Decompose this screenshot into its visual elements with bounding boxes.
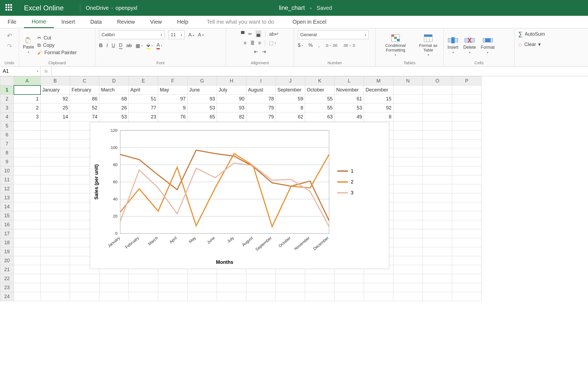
- row-header[interactable]: 4: [0, 112, 14, 121]
- row-header[interactable]: 7: [0, 139, 14, 148]
- row-header[interactable]: 20: [0, 256, 14, 265]
- cell[interactable]: [41, 238, 70, 247]
- cell[interactable]: [393, 175, 423, 184]
- cell[interactable]: [99, 283, 129, 292]
- cell[interactable]: [452, 211, 482, 220]
- bold-button[interactable]: B: [99, 43, 103, 48]
- column-header[interactable]: O: [423, 77, 452, 85]
- cell[interactable]: [188, 283, 217, 292]
- cell[interactable]: [452, 94, 482, 103]
- cell[interactable]: [452, 148, 482, 157]
- cell[interactable]: [14, 157, 41, 166]
- cell[interactable]: [364, 274, 393, 283]
- cell[interactable]: [452, 220, 482, 229]
- cell[interactable]: October: [305, 85, 335, 94]
- cell[interactable]: [70, 283, 99, 292]
- cell[interactable]: [246, 283, 276, 292]
- row-header[interactable]: 9: [0, 157, 14, 166]
- row-header[interactable]: 24: [0, 292, 14, 301]
- cell[interactable]: [41, 292, 70, 301]
- cell[interactable]: 59: [276, 94, 305, 103]
- cell[interactable]: [41, 184, 70, 193]
- column-header[interactable]: D: [99, 77, 129, 85]
- cell[interactable]: [364, 292, 393, 301]
- format-painter-button[interactable]: 🖌Format Painter: [37, 50, 77, 56]
- cell[interactable]: 65: [188, 112, 217, 121]
- row-header[interactable]: 16: [0, 220, 14, 229]
- cell[interactable]: 55: [305, 94, 335, 103]
- cell[interactable]: 23: [129, 112, 158, 121]
- cell[interactable]: 74: [70, 112, 99, 121]
- column-header[interactable]: F: [158, 77, 188, 85]
- row-header[interactable]: 11: [0, 175, 14, 184]
- cell[interactable]: [99, 274, 129, 283]
- cell[interactable]: [335, 274, 364, 283]
- align-right-button[interactable]: ≡: [258, 40, 261, 46]
- cell[interactable]: [14, 193, 41, 202]
- cell[interactable]: [335, 292, 364, 301]
- align-middle-button[interactable]: ═: [248, 31, 252, 37]
- row-header[interactable]: 13: [0, 193, 14, 202]
- strikethrough-button[interactable]: ab: [126, 43, 132, 48]
- cell[interactable]: 2: [14, 103, 41, 112]
- cell[interactable]: [41, 148, 70, 157]
- column-header[interactable]: E: [129, 77, 158, 85]
- wrap-text-button[interactable]: ab↵: [269, 31, 279, 37]
- column-header[interactable]: A: [14, 77, 41, 85]
- cell[interactable]: [14, 148, 41, 157]
- cell[interactable]: [393, 283, 423, 292]
- cell[interactable]: 92: [41, 94, 70, 103]
- cell[interactable]: [14, 166, 41, 175]
- cell[interactable]: [393, 265, 423, 274]
- cell[interactable]: 90: [217, 94, 246, 103]
- cell[interactable]: [14, 283, 41, 292]
- clear-button[interactable]: ◇Clear▾: [518, 41, 541, 47]
- cell[interactable]: [99, 292, 129, 301]
- percent-button[interactable]: %: [308, 42, 313, 48]
- cell[interactable]: [14, 85, 41, 94]
- cell[interactable]: [393, 112, 423, 121]
- format-as-table-button[interactable]: Format as Table▾: [417, 34, 440, 56]
- cell[interactable]: [393, 166, 423, 175]
- cell[interactable]: [423, 220, 452, 229]
- cell[interactable]: [41, 193, 70, 202]
- cell[interactable]: [423, 139, 452, 148]
- cell[interactable]: [452, 166, 482, 175]
- cell[interactable]: [452, 238, 482, 247]
- cell[interactable]: [452, 193, 482, 202]
- cell[interactable]: [423, 247, 452, 256]
- name-box[interactable]: ▾: [0, 66, 41, 76]
- cell[interactable]: [14, 229, 41, 238]
- row-header[interactable]: 19: [0, 247, 14, 256]
- cell[interactable]: [423, 148, 452, 157]
- cell[interactable]: [14, 238, 41, 247]
- cell[interactable]: December: [364, 85, 393, 94]
- cell[interactable]: 76: [158, 112, 188, 121]
- tab-help[interactable]: Help: [169, 16, 196, 28]
- cell[interactable]: [423, 166, 452, 175]
- cell[interactable]: February: [70, 85, 99, 94]
- cell[interactable]: 93: [217, 103, 246, 112]
- cell[interactable]: [217, 283, 246, 292]
- column-header[interactable]: J: [276, 77, 305, 85]
- cell[interactable]: [423, 94, 452, 103]
- row-header[interactable]: 8: [0, 148, 14, 157]
- cell[interactable]: [41, 130, 70, 139]
- cell[interactable]: [305, 274, 335, 283]
- cell[interactable]: [423, 202, 452, 211]
- align-top-button[interactable]: ▀: [241, 31, 244, 37]
- cell[interactable]: [452, 202, 482, 211]
- insert-cells-button[interactable]: Insert▾: [448, 37, 458, 54]
- cell[interactable]: April: [129, 85, 158, 94]
- cell[interactable]: [41, 274, 70, 283]
- column-header[interactable]: H: [217, 77, 246, 85]
- cell[interactable]: [393, 139, 423, 148]
- cell[interactable]: [14, 175, 41, 184]
- copy-button[interactable]: ⧉Copy: [37, 42, 77, 48]
- align-left-button[interactable]: ≡: [244, 40, 247, 46]
- cell[interactable]: 92: [364, 103, 393, 112]
- cell[interactable]: [41, 166, 70, 175]
- cell[interactable]: August: [246, 85, 276, 94]
- cell[interactable]: 68: [99, 94, 129, 103]
- cell[interactable]: November: [335, 85, 364, 94]
